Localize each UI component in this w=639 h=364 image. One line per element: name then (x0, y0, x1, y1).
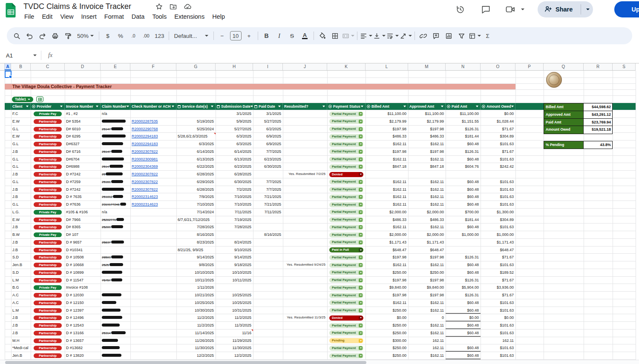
cell-billed-amt[interactable]: $9,840.00 (366, 284, 408, 291)
provider-pill[interactable]: Partnership (34, 315, 62, 320)
cell-a[interactable] (5, 269, 11, 276)
chevron-down-icon[interactable] (361, 106, 363, 107)
provider-pill[interactable]: Partnership (34, 127, 62, 132)
cell-invoice-number[interactable]: #105 & #106 (65, 209, 101, 216)
payment-status-chip[interactable]: Partial Payment (329, 232, 363, 238)
payment-status-chip[interactable]: Partial Payment (329, 126, 363, 132)
cell-paid-date[interactable] (253, 277, 283, 284)
payment-status-chip[interactable]: Partial Payment (329, 119, 363, 124)
cell-check-number[interactable]: R20002307822 (130, 171, 176, 178)
cell-service-dates[interactable]: 11/26/2025 (176, 337, 216, 344)
cell-approved-amt[interactable]: $162.11 (408, 186, 446, 193)
cell-submission-date[interactable]: 11/16 (216, 330, 253, 337)
cell-payment-status[interactable]: Denied (327, 171, 366, 178)
cell-submission-date[interactable]: 6/30/2025 (216, 178, 253, 186)
cell-amount-owed[interactable]: $101.63 (481, 352, 515, 359)
cell-claim-number[interactable] (101, 118, 130, 125)
cell-paid-date[interactable] (253, 307, 283, 314)
cell-invoice-number[interactable]: D #10341 (65, 246, 101, 254)
cell-paid-date[interactable] (253, 269, 283, 276)
column-header-payment-status[interactable]: Payment Status (327, 103, 366, 110)
provider-pill[interactable]: Partnership (34, 293, 62, 298)
payment-status-chip[interactable]: Partial Payment (329, 300, 363, 305)
cell-approved-amt[interactable]: $11,100.00 (408, 110, 446, 118)
cell-payment-status[interactable]: Partial Payment (327, 269, 366, 276)
cell-client[interactable]: J.B (11, 246, 31, 254)
cell-claim-number[interactable] (101, 140, 130, 148)
payment-status-chip[interactable]: Denied (329, 172, 363, 177)
cell-invoice-number[interactable]: D#6704 (65, 156, 101, 163)
chip-dropdown-button[interactable] (359, 331, 363, 335)
cell-paid-amt[interactable]: $60.48 (446, 299, 481, 307)
provider-pill[interactable]: Private Pay (34, 210, 62, 215)
payment-status-chip[interactable]: Partial Payment (329, 353, 363, 358)
cell-service-dates[interactable]: 6/28/2025 (176, 171, 216, 178)
check-number-link[interactable]: R20002314623 (132, 195, 158, 199)
cell-service-dates[interactable]: 5/28,6/2,6/3/2025 (176, 133, 216, 140)
cell-resubmitted[interactable] (283, 284, 327, 291)
cell-a[interactable] (5, 261, 11, 269)
cell-claim-number[interactable] (101, 322, 130, 329)
cell-paid-date[interactable]: 6/9/2025 (253, 133, 283, 140)
cell-paid-amt[interactable]: $1,000.00 (446, 231, 481, 238)
cell-paid-date[interactable] (253, 171, 283, 178)
cell-client[interactable]: J.B (11, 239, 31, 246)
cell-check-number[interactable]: R20002287535 (130, 118, 176, 125)
cell-amount-owed[interactable]: $101.63 (481, 156, 515, 163)
cell-claim-number[interactable] (101, 299, 130, 307)
cell-billed-amt[interactable]: $197.98 (366, 126, 408, 133)
cell-invoice-number[interactable]: D# 7966 (65, 216, 101, 224)
cell-provider[interactable]: Partnership (31, 277, 65, 284)
payment-status-chip[interactable]: Partial Payment (329, 293, 363, 298)
cell-paid-amt[interactable]: $1,151.55 (446, 118, 481, 125)
cell-paid-date[interactable]: 7/7/2025 (253, 186, 283, 193)
summary-label[interactable]: Amount Owed (544, 126, 584, 134)
cell-approved-amt[interactable]: $197.98 (408, 126, 446, 133)
cell-approved-amt[interactable]: $162.11 (408, 178, 446, 186)
cell-a[interactable] (5, 163, 11, 170)
cell-billed-amt[interactable]: $197.98 (366, 254, 408, 261)
insert-chart-button[interactable] (443, 29, 455, 42)
cell-amount-owed[interactable]: $101.63 (481, 344, 515, 352)
cell-provider[interactable]: Partnership (31, 322, 65, 329)
payment-status-chip[interactable]: Partial Payment (329, 112, 363, 117)
chip-dropdown-button[interactable] (359, 225, 363, 229)
cell-approved-amt[interactable]: $162.11 (408, 322, 446, 329)
cell-service-dates[interactable]: 1/11/2026 (176, 284, 216, 291)
cell-claim-number[interactable] (101, 133, 130, 140)
cell-paid-amt[interactable]: $60.48 (446, 201, 481, 208)
cell-invoice-number[interactable]: D#6988 (65, 163, 101, 170)
payment-status-chip[interactable]: Partial Payment (329, 209, 363, 215)
cell-invoice-number[interactable]: D # 7635 (65, 193, 101, 201)
cell-paid-amt[interactable]: $5,904.00 (446, 284, 481, 291)
cell-client[interactable]: J.B (11, 193, 31, 201)
cell-resubmitted[interactable] (283, 148, 327, 155)
cell-service-dates[interactable]: 11/14/2025 (176, 330, 216, 337)
cell-billed-amt[interactable]: $250.00 (366, 322, 408, 329)
cell-payment-status[interactable]: Partial Payment (327, 178, 366, 186)
cell-approved-amt[interactable]: $162.11 (408, 201, 446, 208)
cell-claim-number[interactable]: 26503 (101, 254, 130, 261)
column-header-F[interactable]: F (130, 63, 176, 70)
cell-payment-status[interactable]: Partial Payment (327, 201, 366, 208)
cell-submission-date[interactable]: 6/28/2025 (216, 171, 253, 178)
column-header-paid-amt[interactable]: Paid Amt (446, 103, 481, 110)
cell-claim-number[interactable] (101, 344, 130, 352)
cell-service-dates[interactable]: 10/10/2025 (176, 269, 216, 276)
column-header-H[interactable]: H (216, 63, 253, 70)
payment-status-chip[interactable]: Partial Payment (329, 255, 363, 260)
horizontal-scrollbar[interactable] (0, 360, 639, 364)
cell-billed-amt[interactable]: $0.00 (366, 314, 408, 321)
selected-cell-a1[interactable] (5, 71, 12, 78)
cell-billed-amt[interactable]: $300.00 (366, 337, 408, 344)
cell-invoice-number[interactable]: D# 6295 (65, 133, 101, 140)
provider-pill[interactable]: Partnership (34, 202, 62, 207)
column-header-K[interactable]: K (327, 63, 366, 70)
cell-provider[interactable]: Partnership (31, 118, 65, 125)
cell-a[interactable] (5, 118, 11, 125)
payment-status-chip[interactable]: Partial Payment (329, 142, 363, 147)
cell-provider[interactable]: Partnership (31, 126, 65, 133)
cell-claim-number[interactable]: 25637 (101, 239, 130, 246)
cell-paid-amt[interactable]: $604.76 (446, 163, 481, 170)
cell-payment-status[interactable]: Paid in Full (327, 246, 366, 254)
